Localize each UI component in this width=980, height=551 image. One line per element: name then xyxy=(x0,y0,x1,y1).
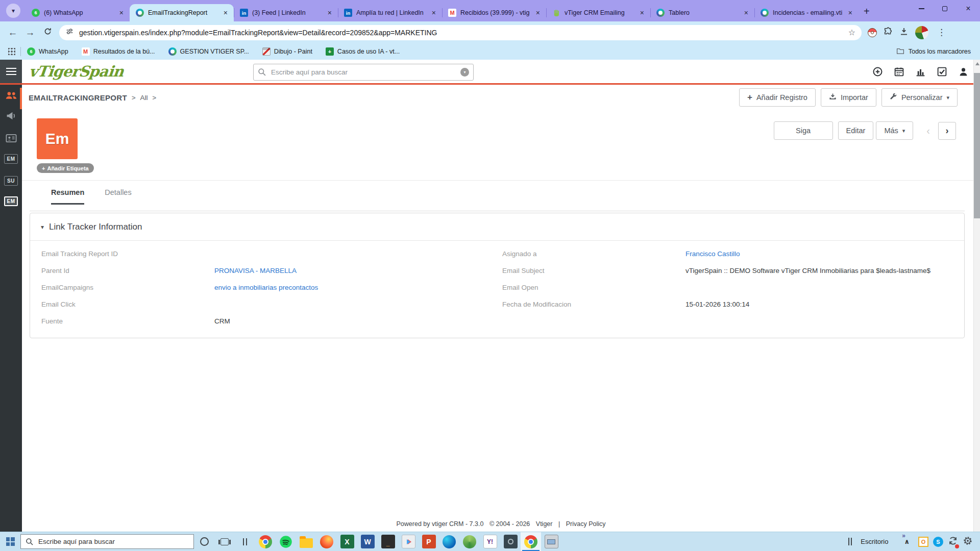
taskbar-search[interactable] xyxy=(20,534,194,549)
taskbar-app-remote[interactable] xyxy=(541,532,561,551)
extension-pokeball-icon[interactable] xyxy=(868,28,877,37)
tab-whatsapp[interactable]: 6 (6) WhatsApp × xyxy=(26,4,130,21)
sidebar-module-su[interactable]: SU xyxy=(0,176,22,186)
email-campaign-link[interactable]: envio a inmobiliarias precontactos xyxy=(214,284,318,291)
customize-button[interactable]: Personalizar ▾ xyxy=(881,88,958,107)
tab-resumen[interactable]: Resumen xyxy=(51,188,84,205)
collapse-caret-icon[interactable]: ▾ xyxy=(41,223,44,231)
tray-skype-icon[interactable]: S xyxy=(933,537,943,547)
taskbar-app-chrome-active[interactable] xyxy=(521,532,541,551)
cortana-button[interactable] xyxy=(194,532,214,551)
apps-grid-icon[interactable] xyxy=(8,48,15,55)
reports-chart-icon[interactable] xyxy=(915,66,926,79)
forward-button[interactable]: → xyxy=(21,27,39,38)
reload-button[interactable] xyxy=(39,27,56,38)
search-clear-icon[interactable]: ▾ xyxy=(460,68,469,77)
bookmark-star-icon[interactable]: ☆ xyxy=(848,28,855,37)
taskbar-app-y-tool[interactable]: Y! xyxy=(480,532,500,551)
tab-vtiger-emailing[interactable]: vTiger CRM Emailing × xyxy=(546,4,650,21)
close-icon[interactable]: × xyxy=(117,9,126,17)
taskbar-app-firefox[interactable] xyxy=(316,532,337,551)
taskbar-app-camera[interactable] xyxy=(500,532,521,551)
downloads-icon[interactable] xyxy=(899,27,909,38)
back-button[interactable]: ← xyxy=(4,27,21,38)
taskbar-app-word[interactable]: W xyxy=(357,532,378,551)
taskbar-app-edge[interactable] xyxy=(439,532,459,551)
global-search-input[interactable] xyxy=(253,64,474,81)
desktop-toolbar-label[interactable]: Escritorio xyxy=(861,538,888,545)
close-icon[interactable]: × xyxy=(534,9,542,17)
address-bar[interactable]: gestion.vtigerspain.es/index.php?module=… xyxy=(59,25,862,40)
bookmark-gestion-vtiger[interactable]: GESTION VTIGER SP... xyxy=(168,47,249,56)
assigned-user-link[interactable]: Francisco Castillo xyxy=(685,250,740,258)
site-settings-icon[interactable] xyxy=(65,27,74,38)
taskbar-app-excel[interactable]: X xyxy=(337,532,357,551)
taskbar-app-terminal[interactable]: _ xyxy=(378,532,398,551)
all-bookmarks-button[interactable]: Todos los marcadores xyxy=(896,47,971,56)
bookmark-casos-ia[interactable]: + Casos de uso IA - vt... xyxy=(326,47,400,56)
tray-settings-icon[interactable] xyxy=(963,536,973,548)
close-icon[interactable]: × xyxy=(222,9,230,17)
profile-avatar[interactable] xyxy=(915,26,928,39)
window-maximize-button[interactable] xyxy=(933,0,957,17)
close-icon[interactable]: × xyxy=(430,9,438,17)
new-tab-button[interactable]: + xyxy=(864,6,870,17)
taskbar-app-green[interactable] xyxy=(459,532,480,551)
follow-button[interactable]: Siga xyxy=(774,121,833,140)
tasks-icon[interactable] xyxy=(937,66,947,79)
window-close-button[interactable]: × xyxy=(957,0,980,17)
vtigerspain-logo[interactable]: vTigerSpain xyxy=(28,63,124,80)
task-view-button[interactable] xyxy=(214,532,235,551)
taskbar-app-chrome[interactable] xyxy=(255,532,276,551)
more-button[interactable]: Más ▾ xyxy=(876,121,913,140)
window-minimize-button[interactable] xyxy=(910,0,933,17)
close-icon[interactable]: × xyxy=(326,9,334,17)
page-scrollbar[interactable] xyxy=(973,60,980,532)
tray-outlook-icon[interactable]: O xyxy=(918,537,928,547)
bookmark-whatsapp[interactable]: 6 WhatsApp xyxy=(27,47,68,56)
close-icon[interactable]: × xyxy=(742,9,750,17)
url-text[interactable]: gestion.vtigerspain.es/index.php?module=… xyxy=(79,29,843,37)
sidebar-module-em-active[interactable]: EM xyxy=(0,196,22,206)
browser-menu-icon[interactable]: ⋮ xyxy=(935,27,951,38)
tab-search-button[interactable]: ▾ xyxy=(6,4,20,18)
parent-id-link[interactable]: PRONAVISA - MARBELLA xyxy=(214,267,297,274)
sidebar-app-campaigns[interactable] xyxy=(0,110,22,122)
taskbar-app-explorer[interactable] xyxy=(296,532,316,551)
scroll-up-arrow[interactable] xyxy=(975,62,979,65)
breadcrumb-module[interactable]: EMAILTRACKINGREPORT xyxy=(29,93,127,102)
tray-sync-icon[interactable] xyxy=(948,536,958,548)
close-icon[interactable]: × xyxy=(846,9,854,17)
sidebar-module-em[interactable]: EM xyxy=(0,154,22,164)
start-button[interactable] xyxy=(0,532,20,551)
quick-create-icon[interactable] xyxy=(872,66,883,79)
edit-button[interactable]: Editar xyxy=(838,121,874,140)
close-icon[interactable]: × xyxy=(638,9,646,17)
bookmark-gmail-search[interactable]: M Resultados de la bú... xyxy=(82,47,155,56)
taskbar-app-photos[interactable] xyxy=(398,532,419,551)
overflow-chevron-icon[interactable]: » xyxy=(902,532,905,539)
tab-detalles[interactable]: Detalles xyxy=(105,188,131,205)
breadcrumb-view[interactable]: All xyxy=(140,94,148,102)
tab-linkedin-red[interactable]: in Amplía tu red | LinkedIn × xyxy=(338,4,442,21)
tab-tablero[interactable]: Tablero × xyxy=(650,4,754,21)
taskbar-search-input[interactable] xyxy=(21,538,193,545)
add-tag-button[interactable]: + Añadir Etiqueta xyxy=(37,163,94,173)
sidebar-app-contacts[interactable] xyxy=(0,132,22,144)
tab-incidencias[interactable]: Incidencias - emailing.vtig × xyxy=(754,4,859,21)
tab-linkedin-feed[interactable]: in (3) Feed | LinkedIn × xyxy=(234,4,338,21)
calendar-icon[interactable] xyxy=(894,66,904,79)
menu-hamburger-icon[interactable] xyxy=(0,60,22,83)
import-button[interactable]: Importar xyxy=(821,88,876,107)
bookmark-paint[interactable]: Dibujo - Paint xyxy=(262,47,312,56)
taskbar-app-spotify[interactable] xyxy=(276,532,296,551)
extensions-puzzle-icon[interactable] xyxy=(884,27,893,38)
toolbar-handle-icon[interactable] xyxy=(848,538,852,545)
scrollbar-thumb[interactable] xyxy=(974,73,980,218)
tab-emailtrackingreport[interactable]: EmailTrackingReport × xyxy=(130,4,234,21)
add-record-button[interactable]: + Añadir Registro xyxy=(739,88,816,107)
user-profile-icon[interactable] xyxy=(958,66,969,79)
next-record-button[interactable]: › xyxy=(938,122,956,140)
privacy-policy-link[interactable]: Privacy Policy xyxy=(566,520,606,528)
taskbar-app-powerpoint[interactable]: P xyxy=(419,532,439,551)
